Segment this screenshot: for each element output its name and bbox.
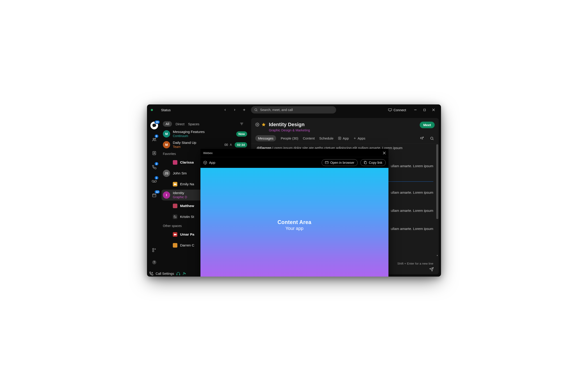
nav-back-icon[interactable] — [222, 107, 228, 113]
search-input[interactable]: Search, meet, and call — [251, 106, 336, 113]
avatar: M — [163, 130, 170, 137]
avatar — [173, 160, 177, 165]
camera-icon — [173, 182, 177, 186]
rail-messaging-icon[interactable]: 20 — [150, 122, 158, 129]
browser-icon — [325, 161, 328, 164]
now-badge: Now — [236, 131, 247, 137]
svg-rect-33 — [174, 234, 176, 235]
thread-icon[interactable] — [419, 136, 425, 141]
svg-point-2 — [255, 109, 257, 111]
svg-rect-42 — [338, 137, 341, 140]
rail-calls-icon[interactable]: 2 — [150, 163, 158, 171]
composer-hint: Shift + Enter for a new line — [397, 262, 433, 265]
webex-window: Status Search, meet, and call Connect 20 — [147, 105, 441, 276]
call-settings-bar[interactable]: Call Settings — [149, 272, 187, 276]
tab-all[interactable]: All — [163, 121, 172, 127]
timer-badge: 02:34 — [235, 142, 247, 148]
window-close-icon[interactable] — [430, 107, 437, 113]
rail-apps-icon[interactable] — [150, 246, 158, 254]
scrollbar-thumb[interactable] — [436, 144, 438, 219]
search-icon — [254, 108, 258, 112]
send-icon[interactable] — [429, 267, 434, 272]
space-row[interactable]: M Messaging FeaturesContinuum Now — [162, 128, 249, 139]
open-in-browser-button[interactable]: Open in browser — [322, 159, 358, 166]
copy-link-button[interactable]: Copy link — [360, 159, 386, 166]
embedded-app-modal: Webex App Open in browser Copy link Cont… — [200, 149, 388, 276]
content-area-title: Content Area — [277, 219, 312, 225]
topbar: Status Search, meet, and call Connect — [147, 105, 441, 115]
rail-teams-icon[interactable]: 6 — [150, 136, 158, 143]
tab-schedule[interactable]: Schedule — [319, 136, 334, 140]
content-area-subtitle: Your app — [285, 226, 303, 231]
copy-icon — [364, 161, 367, 164]
window-minimize-icon[interactable] — [412, 107, 419, 113]
search-placeholder: Search, meet, and call — [260, 108, 293, 112]
svg-rect-22 — [153, 251, 154, 252]
modal-content-area[interactable]: Content Area Your app — [200, 168, 388, 276]
avatar — [173, 243, 177, 248]
rail-contacts-icon[interactable] — [150, 149, 158, 157]
svg-point-40 — [257, 124, 258, 125]
rail-help-icon[interactable]: ? — [150, 258, 158, 266]
svg-rect-56 — [365, 162, 367, 164]
svg-point-35 — [152, 272, 153, 273]
device-icon — [388, 108, 392, 111]
tab-direct[interactable]: Direct — [176, 122, 184, 126]
avatar: M — [163, 141, 170, 148]
connect-button[interactable]: Connect — [388, 108, 406, 112]
search-in-space-icon[interactable] — [429, 136, 435, 141]
conversation-tabs: Messages People (30) Content Schedule Ap… — [251, 133, 439, 144]
svg-text:?: ? — [154, 261, 155, 264]
dnd-icon — [173, 214, 177, 219]
headset-icon[interactable] — [176, 272, 180, 275]
tab-people[interactable]: People (30) — [281, 136, 298, 140]
status-label[interactable]: Status — [161, 108, 171, 112]
nav-forward-icon[interactable] — [232, 107, 237, 113]
star-icon[interactable] — [262, 123, 266, 127]
teams-badge: 6 — [154, 134, 159, 138]
person-share-icon[interactable] — [183, 272, 187, 275]
plus-icon — [353, 137, 356, 140]
modal-titlebar[interactable]: Webex — [200, 149, 388, 157]
svg-marker-41 — [262, 123, 265, 126]
tab-apps-add[interactable]: Apps — [353, 136, 365, 140]
modal-title: Webex — [203, 151, 213, 155]
app-icon — [338, 137, 341, 140]
rail-voicemail-icon[interactable]: 1 — [150, 177, 158, 185]
svg-rect-7 — [423, 109, 425, 111]
svg-line-3 — [257, 110, 257, 111]
avatar — [173, 204, 177, 208]
svg-point-43 — [339, 138, 340, 139]
meet-button[interactable]: Meet — [420, 122, 435, 128]
space-row[interactable]: M Daily Stand UpTeam 00 02:34 — [162, 139, 249, 150]
close-icon[interactable] — [383, 151, 386, 154]
svg-point-11 — [155, 138, 156, 139]
svg-point-15 — [155, 180, 157, 182]
add-icon[interactable] — [241, 107, 247, 113]
self-presence[interactable] — [149, 109, 155, 111]
scroll-down-icon[interactable]: ▾ — [437, 254, 438, 257]
tab-app[interactable]: App — [338, 136, 349, 140]
svg-point-30 — [231, 144, 231, 145]
tab-messages[interactable]: Messages — [255, 135, 276, 141]
tab-content[interactable]: Content — [303, 136, 315, 140]
window-maximize-icon[interactable] — [420, 107, 428, 113]
modal-app-label: App — [203, 161, 215, 165]
svg-marker-32 — [176, 184, 176, 185]
calls-badge: 2 — [154, 162, 159, 166]
filter-icon[interactable] — [239, 121, 244, 127]
gear-icon[interactable] — [255, 123, 259, 127]
avatar: JS — [163, 170, 170, 177]
space-subtitle: Graphic Design & Marketing — [269, 128, 310, 132]
participants-icon — [230, 143, 233, 146]
svg-rect-4 — [388, 109, 392, 111]
voicemail-badge: 1 — [154, 176, 159, 180]
svg-point-13 — [154, 152, 155, 153]
avatar: I — [163, 191, 170, 199]
phone-gear-icon — [149, 272, 153, 276]
scrollbar[interactable]: ▴ ▾ — [436, 144, 438, 256]
rail-calendar-icon[interactable]: 12 — [150, 191, 158, 199]
svg-point-46 — [423, 137, 423, 137]
tab-spaces[interactable]: Spaces — [188, 122, 199, 126]
camera-icon — [173, 232, 177, 237]
